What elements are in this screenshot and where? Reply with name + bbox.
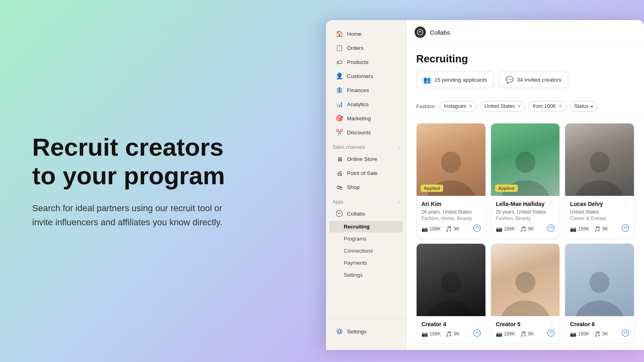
- collab-link-icon[interactable]: [473, 224, 481, 233]
- sidebar-item-products[interactable]: 🏷 Products: [329, 55, 403, 69]
- invited-creators-text: 34 invited creators: [517, 77, 561, 83]
- creator-card[interactable]: Applied Lella-Mae Halliday ♡ 26 years, U…: [491, 123, 560, 239]
- creator-card[interactable]: Lucas Delvy ♡ United States Career & Ent…: [565, 123, 634, 239]
- filter-from100k-remove[interactable]: ✕: [559, 104, 562, 109]
- sidebar-item-marketing-label: Marketing: [347, 115, 371, 121]
- creator-photo: [491, 244, 560, 316]
- sidebar-sub-programs-label: Programs: [344, 236, 366, 242]
- heart-icon[interactable]: ♡: [549, 320, 555, 328]
- sidebar-item-customers-label: Customers: [347, 73, 373, 79]
- page-header: Recruiting 👥 15 pending applicants 💬 34 …: [407, 45, 644, 101]
- filter-status[interactable]: Status ▾: [570, 101, 597, 111]
- heart-icon[interactable]: ♡: [623, 320, 629, 328]
- hero-title: Recruit creators to your program: [32, 133, 225, 190]
- instagram-stat: 📷 189K: [570, 226, 589, 232]
- collab-link-icon[interactable]: [547, 224, 555, 233]
- tiktok-followers: 9K: [528, 331, 534, 337]
- creator-card[interactable]: Applied Ari Kim ♡ 26 years, United State…: [416, 123, 486, 239]
- pending-applicants-card[interactable]: 👥 15 pending applicants: [416, 72, 494, 88]
- discounts-icon: ✂️: [336, 129, 343, 136]
- chevron-down-icon: ▾: [591, 104, 593, 109]
- filter-status-label: Status: [574, 103, 588, 109]
- sidebar-item-shop[interactable]: 🛍 Shop: [329, 180, 403, 194]
- creators-grid: Applied Ari Kim ♡ 26 years, United State…: [407, 117, 644, 350]
- filter-instagram[interactable]: Instagram ✕: [440, 101, 477, 111]
- topbar: Collabs: [407, 20, 644, 45]
- creator-stats: 📷 189K 🎵 9K: [496, 329, 555, 338]
- sidebar-sub-connections[interactable]: Connections: [329, 245, 403, 257]
- filter-us[interactable]: United States ✕: [480, 101, 525, 111]
- creator-info: Ari Kim ♡ 26 years, United States Fashio…: [417, 196, 485, 237]
- sidebar-item-settings[interactable]: ⚙️ Settings: [329, 325, 403, 338]
- filter-instagram-remove[interactable]: ✕: [469, 104, 473, 109]
- creator-photo: [565, 244, 634, 316]
- sidebar-item-finances[interactable]: 🏦 Finances: [329, 83, 403, 97]
- heart-icon[interactable]: ♡: [549, 200, 555, 208]
- creator-info: Creator 6 ♡ 📷 189K 🎵 9K: [565, 316, 634, 342]
- sidebar-item-products-label: Products: [347, 59, 368, 65]
- sidebar-item-collabs[interactable]: Collabs: [329, 207, 403, 220]
- sidebar-item-discounts[interactable]: ✂️ Discounts: [329, 125, 403, 139]
- sidebar-item-online-store-label: Online Store: [347, 156, 377, 162]
- instagram-icon: 📷: [570, 226, 576, 232]
- creator-info: Lucas Delvy ♡ United States Career & Ent…: [565, 196, 634, 237]
- sidebar-item-online-store[interactable]: 🖥 Online Store: [329, 152, 403, 166]
- page-title: Recruiting: [416, 53, 634, 65]
- tiktok-followers: 9K: [454, 331, 460, 337]
- sidebar-item-point-of-sale[interactable]: 🖨 Point of Sale: [329, 166, 403, 180]
- tiktok-stat: 🎵 9K: [446, 331, 460, 337]
- sidebar-collabs-label: Collabs: [347, 211, 365, 217]
- creator-card[interactable]: Creator 5 ♡ 📷 189K 🎵 9K: [491, 243, 560, 343]
- instagram-icon: 📷: [570, 331, 576, 337]
- instagram-stat: 📷 189K: [421, 226, 441, 232]
- invited-creators-card[interactable]: 💬 34 invited creators: [499, 72, 568, 88]
- background: Recruit creators to your program Search …: [0, 0, 644, 362]
- invited-icon: 💬: [506, 76, 514, 84]
- tiktok-icon: 🎵: [594, 226, 601, 232]
- collab-link-icon[interactable]: [622, 329, 629, 338]
- creator-info: Creator 4 ♡ 📷 189K 🎵 9K: [417, 316, 485, 342]
- sidebar-item-customers[interactable]: 👤 Customers: [329, 69, 403, 83]
- sidebar-sub-settings[interactable]: Settings: [329, 269, 403, 281]
- collab-link-icon[interactable]: [622, 224, 629, 233]
- sidebar-item-analytics[interactable]: 📊 Analytics: [329, 97, 403, 111]
- sidebar-sub-payments[interactable]: Payments: [329, 257, 403, 269]
- svg-point-0: [336, 211, 343, 217]
- collab-link-icon[interactable]: [473, 329, 481, 338]
- applied-badge: Applied: [421, 185, 443, 192]
- sidebar-sub-recruiting[interactable]: Recruiting: [329, 221, 403, 232]
- sidebar-sub-payments-label: Payments: [344, 260, 367, 266]
- analytics-icon: 📊: [336, 101, 343, 108]
- shop-icon: 🛍: [336, 183, 343, 191]
- tiktok-stat: 🎵 9K: [520, 226, 534, 232]
- filter-section-label: Fashion: [416, 103, 435, 109]
- filter-us-remove[interactable]: ✕: [517, 104, 521, 109]
- creator-name: Creator 4: [421, 321, 446, 327]
- sidebar-item-orders[interactable]: 📋 Orders: [329, 41, 403, 55]
- tiktok-icon: 🎵: [446, 331, 452, 337]
- svg-point-12: [426, 300, 476, 316]
- sidebar-sub-programs[interactable]: Programs: [329, 233, 403, 245]
- creator-card[interactable]: Creator 6 ♡ 📷 189K 🎵 9K: [565, 243, 634, 343]
- heart-icon[interactable]: ♡: [623, 200, 629, 208]
- creator-photo: Applied: [417, 123, 485, 196]
- heart-icon[interactable]: ♡: [475, 200, 481, 208]
- instagram-stat: 📷 189K: [496, 331, 515, 337]
- filter-from100k[interactable]: from 100K ✕: [528, 101, 567, 111]
- sidebar-item-home[interactable]: 🏠 Home: [329, 27, 403, 41]
- svg-point-15: [500, 300, 550, 316]
- sidebar-item-marketing[interactable]: 🎯 Marketing: [329, 111, 403, 125]
- svg-point-17: [590, 272, 610, 293]
- tiktok-followers: 9K: [528, 226, 534, 232]
- svg-point-7: [548, 225, 555, 232]
- apps-arrow: ›: [398, 200, 400, 204]
- creator-meta: 26 years, United States: [496, 209, 555, 215]
- pending-icon: 👥: [423, 76, 431, 84]
- collab-link-icon[interactable]: [547, 329, 555, 338]
- sidebar-sub-settings-label: Settings: [344, 272, 363, 278]
- creator-card[interactable]: Creator 4 ♡ 📷 189K 🎵 9K: [416, 243, 486, 343]
- creator-name: Lella-Mae Halliday: [496, 201, 545, 207]
- left-panel: Recruit creators to your program Search …: [0, 109, 258, 254]
- heart-icon[interactable]: ♡: [475, 320, 481, 328]
- filter-instagram-label: Instagram: [444, 103, 466, 109]
